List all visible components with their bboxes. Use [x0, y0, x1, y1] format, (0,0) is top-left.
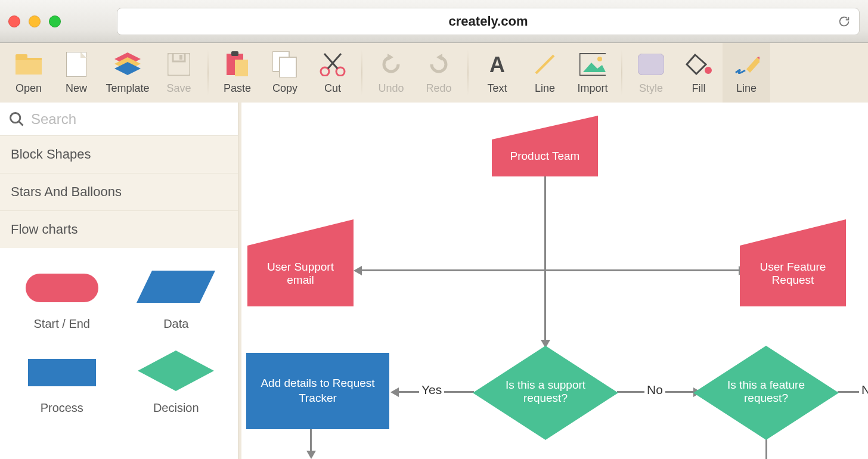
- svg-point-17: [336, 67, 345, 76]
- open-button[interactable]: Open: [5, 43, 52, 103]
- toolbar-separator: [467, 50, 469, 95]
- reload-icon[interactable]: [838, 15, 851, 28]
- category-stars-balloons[interactable]: Stars And Balloons: [0, 173, 238, 211]
- shape-decision[interactable]: Decision: [119, 343, 234, 427]
- shape-palette[interactable]: Start / End Data Process Decision: [0, 248, 238, 459]
- node-text: Add details to Request Tracker: [246, 376, 389, 405]
- node-add-details[interactable]: Add details to Request Tracker: [246, 353, 389, 429]
- arrow-head-icon: [390, 387, 399, 397]
- line-label: Line: [535, 82, 555, 95]
- save-label: Save: [166, 82, 191, 95]
- svg-rect-27: [638, 54, 664, 75]
- category-flow-charts[interactable]: Flow charts: [0, 211, 238, 248]
- svg-rect-15: [280, 57, 296, 77]
- cut-label: Cut: [324, 82, 341, 95]
- svg-marker-38: [492, 116, 598, 176]
- redo-button[interactable]: Redo: [415, 43, 463, 103]
- new-file-icon: [63, 51, 89, 77]
- shape-label: Decision: [153, 401, 199, 415]
- undo-icon: [378, 51, 404, 77]
- svg-point-16: [321, 67, 329, 76]
- node-is-support[interactable]: Is this a supportrequest?: [473, 346, 618, 440]
- fullscreen-window-button[interactable]: [49, 15, 61, 27]
- connector[interactable]: [544, 176, 546, 342]
- shape-data[interactable]: Data: [119, 259, 234, 343]
- undo-button[interactable]: Undo: [367, 43, 415, 103]
- folder-icon: [16, 51, 42, 77]
- edge-label-yes: Yes: [419, 383, 444, 397]
- category-block-shapes[interactable]: Block Shapes: [0, 136, 238, 173]
- connector[interactable]: [359, 269, 740, 271]
- copy-button[interactable]: Copy: [261, 43, 309, 103]
- content-area: Block Shapes Stars And Balloons Flow cha…: [0, 103, 868, 459]
- toolbar-separator: [361, 50, 362, 95]
- node-product-team[interactable]: Product Team: [492, 116, 598, 176]
- save-button[interactable]: Save: [155, 43, 203, 103]
- diagram-canvas[interactable]: Yes No N Product Team User Supportemail …: [238, 103, 868, 459]
- node-user-support-email[interactable]: User Supportemail: [247, 219, 354, 306]
- text-tool-button[interactable]: A Text: [473, 43, 521, 103]
- style-button[interactable]: Style: [627, 43, 675, 103]
- node-user-feature-request[interactable]: User FeatureRequest: [740, 219, 846, 306]
- connector[interactable]: [310, 429, 312, 453]
- svg-text:Product Team: Product Team: [510, 150, 580, 162]
- svg-marker-26: [583, 63, 606, 72]
- arrow-head-icon: [306, 451, 316, 459]
- scissors-icon: [320, 51, 346, 77]
- search-row: [0, 103, 238, 136]
- edge-label-no: No: [644, 383, 665, 397]
- pencil-line-icon: [733, 51, 760, 77]
- svg-marker-37: [138, 351, 214, 391]
- shape-sidebar: Block Shapes Stars And Balloons Flow cha…: [0, 103, 238, 459]
- open-label: Open: [16, 82, 42, 95]
- paste-button[interactable]: Paste: [213, 43, 261, 103]
- text-label: Text: [487, 82, 507, 95]
- svg-rect-13: [235, 60, 248, 76]
- address-bar-text: creately.com: [449, 14, 528, 29]
- fill-button[interactable]: Fill: [675, 43, 723, 103]
- svg-line-33: [19, 121, 23, 125]
- close-window-button[interactable]: [8, 15, 20, 27]
- category-list: Block Shapes Stars And Balloons Flow cha…: [0, 136, 238, 248]
- svg-marker-28: [687, 55, 706, 74]
- arrow-head-icon: [354, 266, 362, 275]
- minimize-window-button[interactable]: [29, 15, 41, 27]
- svg-point-29: [705, 67, 712, 74]
- new-button[interactable]: New: [52, 43, 100, 103]
- style-icon: [638, 51, 664, 77]
- svg-marker-20: [388, 54, 393, 61]
- import-button[interactable]: Import: [569, 43, 616, 103]
- svg-marker-21: [436, 54, 442, 61]
- shape-process[interactable]: Process: [5, 343, 119, 427]
- shape-start-end[interactable]: Start / End: [5, 259, 119, 343]
- svg-rect-36: [28, 359, 96, 386]
- cut-button[interactable]: Cut: [309, 43, 356, 103]
- svg-marker-30: [746, 57, 760, 73]
- shape-label: Data: [163, 317, 188, 331]
- line-style-label: Line: [736, 82, 757, 95]
- redo-icon: [426, 51, 452, 77]
- toolbar-separator: [207, 50, 209, 95]
- line-style-button[interactable]: Line: [723, 43, 770, 103]
- template-button[interactable]: Template: [100, 43, 155, 103]
- shape-search-input[interactable]: [31, 111, 230, 128]
- paste-icon: [224, 51, 250, 77]
- line-tool-button[interactable]: Line: [521, 43, 569, 103]
- new-label: New: [66, 82, 87, 95]
- svg-rect-8: [168, 53, 190, 76]
- image-icon: [579, 51, 606, 77]
- copy-icon: [272, 51, 298, 77]
- copy-label: Copy: [272, 82, 297, 95]
- svg-rect-10: [179, 55, 182, 60]
- svg-text:A: A: [489, 53, 505, 76]
- browser-chrome: creately.com: [0, 0, 868, 43]
- redo-label: Redo: [426, 82, 451, 95]
- shape-label: Process: [41, 401, 83, 415]
- svg-point-25: [597, 57, 602, 61]
- svg-rect-9: [173, 53, 185, 61]
- address-bar[interactable]: creately.com: [117, 8, 860, 35]
- svg-rect-12: [231, 51, 238, 56]
- node-is-feature[interactable]: Is this a featurerequest?: [693, 346, 839, 440]
- shape-label: Start / End: [34, 317, 91, 331]
- line-icon: [532, 51, 558, 77]
